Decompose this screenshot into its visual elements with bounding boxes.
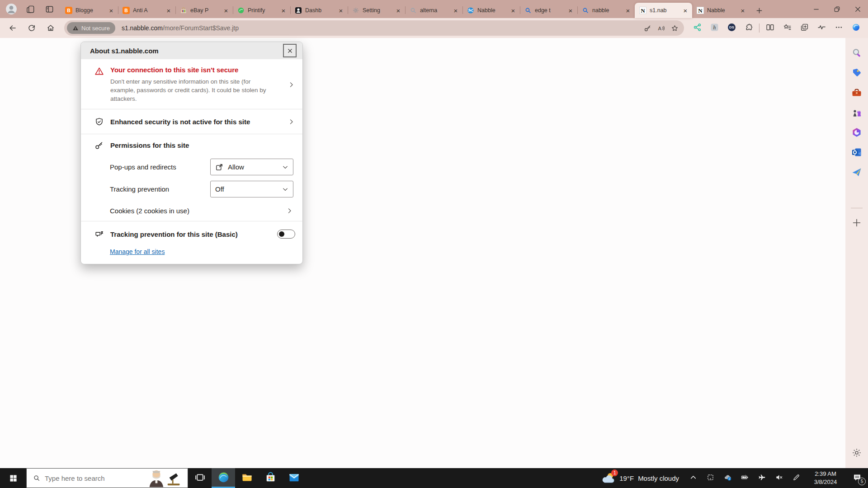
tab-close-icon[interactable]: × [279,6,288,14]
more-button[interactable] [830,20,847,36]
back-button[interactable] [4,20,22,36]
taskbar-app-task-view[interactable] [188,468,212,488]
taskbar-search-box[interactable] [26,468,188,488]
password-key-icon[interactable] [641,21,654,35]
sidebar-item-outlook[interactable] [848,143,866,163]
tab-close-icon[interactable]: × [681,6,689,14]
restore-button[interactable] [826,0,847,18]
honey-button[interactable]: h [706,20,723,36]
favorite-star-icon[interactable] [668,21,681,35]
tray-chevron-up[interactable] [684,468,702,488]
edge-icon [218,472,229,484]
search-input[interactable] [45,474,188,482]
essentials-icon [817,23,826,33]
sidebar-item-search[interactable] [848,43,866,63]
more-icon [835,23,843,33]
extensions-button[interactable] [740,20,757,36]
customize-sidebar-plus-icon[interactable] [848,213,866,233]
tab-close-icon[interactable]: × [394,6,402,14]
new-tab-button[interactable] [751,3,767,18]
tab-close-icon[interactable]: × [739,6,747,14]
tab-close-icon[interactable]: × [452,6,460,14]
favorites-button[interactable] [778,20,796,36]
tab-close-icon[interactable]: × [222,6,230,14]
address-bar[interactable]: Not secure s1.nabble.com/more/ForumStart… [64,20,684,36]
sidebar-item-drop[interactable] [848,163,866,183]
tab-close-icon[interactable]: × [624,6,632,14]
connection-warning-row[interactable]: Your connection to this site isn't secur… [81,59,302,109]
tray-pen[interactable] [788,468,805,488]
home-button[interactable] [42,20,60,36]
browser-tab[interactable]: Printify× [233,3,290,18]
browser-tab[interactable]: nabble× [577,3,635,18]
sidebar-item-microsoft-365[interactable] [848,123,866,143]
workspaces-icon[interactable] [24,3,36,15]
browser-tab[interactable]: Setting× [348,3,405,18]
tab-close-icon[interactable]: × [107,6,115,14]
svg-text:N: N [698,7,703,14]
start-button[interactable] [0,468,26,488]
cookies-row[interactable]: Cookies (2 cookies in use) [81,200,302,221]
permission-row-pop-ups-and-redirects: Pop-ups and redirectsAllow [81,156,302,178]
browser-tab[interactable]: edge t× [520,3,577,18]
tab-close-icon[interactable]: × [165,6,173,14]
microsoft-365-icon [851,127,862,139]
sidebar-item-tools[interactable] [848,83,866,103]
tray-tablet[interactable] [702,468,719,488]
browser-tab[interactable]: NNabble× [692,3,750,18]
enhanced-security-row[interactable]: Enhanced security is not active for this… [81,109,302,134]
essentials-button[interactable] [813,20,830,36]
desktop-screen: BBlogge×BAnti A×eBay P×Printify×Dashb×Se… [0,0,868,488]
taskbar-app-edge[interactable] [212,468,235,488]
taskbar-app-mail[interactable] [282,468,306,488]
tray-airplane[interactable] [753,468,770,488]
refresh-button[interactable] [23,20,41,36]
share-button[interactable] [689,20,706,36]
dialog-close-button[interactable] [283,44,297,57]
minimize-button[interactable] [806,0,826,18]
notification-center-button[interactable]: 5 [846,468,868,488]
browser-tab[interactable]: Dashb× [290,3,348,18]
tray-onedrive[interactable]: i [719,468,736,488]
chevron-up-icon [689,474,697,483]
manage-for-all-sites-link[interactable]: Manage for all sites [110,248,165,255]
read-aloud-icon[interactable]: A [654,21,668,35]
sidebar-settings-gear-icon[interactable] [848,443,866,463]
browser-tab[interactable]: Nabble× [462,3,520,18]
split-screen-button[interactable] [761,20,778,36]
search-icon [33,474,40,482]
weather-widget[interactable]: 1 19°F Mostly cloudy [596,468,684,488]
browser-tab[interactable]: BBlogge× [61,3,118,18]
sidebar-item-shopping[interactable] [848,63,866,83]
taskbar-app-file-explorer[interactable] [235,468,259,488]
tracking-toggle-label: Tracking prevention for this site (Basic… [110,230,271,238]
tray-volume-mute[interactable] [770,468,788,488]
tab-close-icon[interactable]: × [566,6,575,14]
windows-taskbar: 1 19°F Mostly cloudy i 2:39 AM 3/8/2024 … [0,468,868,488]
collections-button[interactable] [796,20,813,36]
close-window-button[interactable] [847,0,868,18]
tab-title: edge t [535,7,563,14]
taskbar-app-microsoft-store[interactable] [259,468,282,488]
browser-tab[interactable]: eBay P× [175,3,233,18]
tab-title: s1.nab [650,7,678,14]
fav-ebay [180,7,187,14]
security-chip[interactable]: Not secure [67,22,115,34]
browser-tab[interactable]: Ns1.nab× [635,3,692,18]
tray-battery[interactable] [736,468,753,488]
tracking-toggle[interactable] [277,230,295,239]
pop-ups-and-redirects-dropdown[interactable]: Allow [210,159,293,175]
taskbar-clock[interactable]: 2:39 AM 3/8/2024 [807,470,844,486]
tab-close-icon[interactable]: × [337,6,345,14]
tab-actions-icon[interactable] [43,3,55,15]
browser-tab[interactable]: alterna× [405,3,462,18]
chevron-right-icon [286,207,293,214]
file-explorer-icon [241,472,253,484]
sidebar-item-games[interactable] [848,103,866,123]
tracking-prevention-dropdown[interactable]: Off [210,181,293,197]
copilot-button[interactable] [847,20,864,36]
browser-tab[interactable]: BAnti A× [118,3,175,18]
ds-button[interactable]: DS [723,20,740,36]
profile-avatar-icon[interactable] [5,3,17,15]
tab-close-icon[interactable]: × [509,6,517,14]
